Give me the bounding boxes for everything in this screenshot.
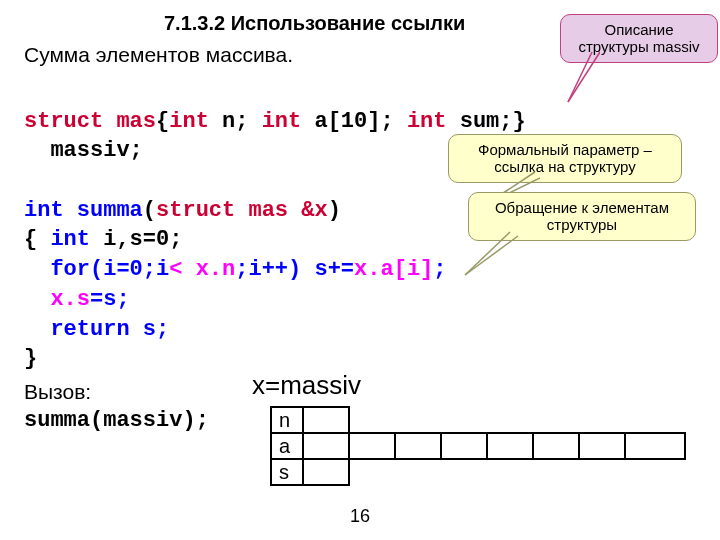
callout-text: Формальный параметр – <box>478 141 652 158</box>
svg-rect-14 <box>441 433 487 459</box>
svg-rect-16 <box>533 433 579 459</box>
code-token: i,s=0; <box>90 227 182 252</box>
code-token: n; <box>209 109 262 134</box>
callout-text: структуры <box>547 216 617 233</box>
code-token: sum;} <box>447 109 526 134</box>
svg-rect-9 <box>303 407 349 433</box>
callout-struct-description: Описание структуры massiv <box>560 14 718 63</box>
code-token: struct mas <box>24 109 156 134</box>
code-token: int <box>50 227 90 252</box>
struct-diagram: n a s <box>270 406 690 496</box>
code-token: } <box>24 346 37 371</box>
callout-formal-param: Формальный параметр – ссылка на структур… <box>448 134 682 183</box>
callout-text: Описание <box>604 21 673 38</box>
svg-rect-13 <box>395 433 441 459</box>
code-token: int <box>407 109 447 134</box>
x-equals-massiv: x=massiv <box>252 370 361 401</box>
svg-rect-17 <box>579 433 625 459</box>
code-token: x.s <box>24 287 90 312</box>
diagram-label-n: n <box>279 409 290 431</box>
code-token: ( <box>143 198 156 223</box>
code-token: for(i=0;i <box>24 257 169 282</box>
code-token: return s; <box>24 317 169 342</box>
svg-rect-10 <box>303 433 349 459</box>
code-token: { <box>156 109 169 134</box>
callout-struct-access: Обращение к элементам структуры <box>468 192 696 241</box>
diagram-label-a: a <box>279 435 291 457</box>
code-token: a[10]; <box>301 109 407 134</box>
callout-text: Обращение к элементам <box>495 199 669 216</box>
code-token: ; <box>433 257 446 282</box>
code-token: ;i++) s+= <box>235 257 354 282</box>
svg-rect-12 <box>349 433 395 459</box>
svg-rect-18 <box>625 433 685 459</box>
code-token: < x.n <box>169 257 235 282</box>
svg-rect-15 <box>487 433 533 459</box>
code-token: =s; <box>90 287 130 312</box>
code-token: struct mas &x <box>156 198 328 223</box>
svg-rect-11 <box>303 459 349 485</box>
code-token: int <box>262 109 302 134</box>
code-token: ) <box>328 198 341 223</box>
code-token: { <box>24 227 50 252</box>
code-token: summa(massiv); <box>24 408 209 433</box>
code-token: int summa <box>24 198 143 223</box>
callout-text: структуры massiv <box>578 38 699 55</box>
code-token: massiv; <box>24 138 143 163</box>
code-token: x.a[i] <box>354 257 433 282</box>
callout-text: ссылка на структуру <box>494 158 636 175</box>
page-number: 16 <box>350 506 370 527</box>
diagram-label-s: s <box>279 461 289 483</box>
code-token: int <box>169 109 209 134</box>
